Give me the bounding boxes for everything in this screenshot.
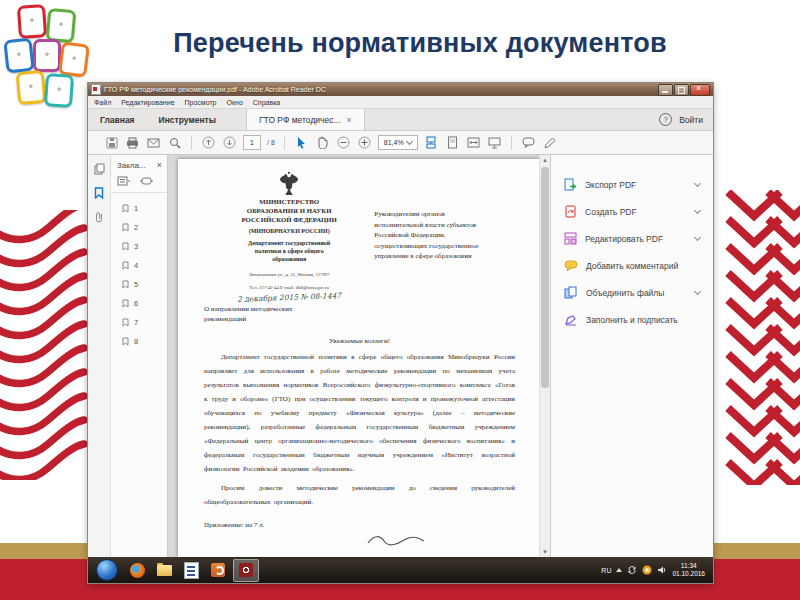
- bookmarks-close-icon[interactable]: ×: [157, 160, 162, 170]
- bookmark-item[interactable]: 7: [111, 313, 167, 332]
- bookmarks-options-icon[interactable]: [117, 176, 131, 186]
- bookmark-label: 2: [134, 223, 138, 232]
- pencil-icon[interactable]: [542, 135, 557, 150]
- sign-in-link[interactable]: Войти: [679, 115, 703, 125]
- menu-window[interactable]: Окно: [227, 99, 243, 106]
- zoom-in-icon[interactable]: [357, 135, 372, 150]
- address-line: Люсиновская ул., д. 51, Москва, 117997: [204, 272, 374, 277]
- tool-export-pdf[interactable]: Экспорт PDF: [551, 171, 713, 198]
- document-page: МИНИСТЕРСТВО ОБРАЗОВАНИЯ И НАУКИ РОССИЙС…: [178, 159, 539, 557]
- gto-pictogram-icon: [33, 39, 61, 72]
- volume-icon[interactable]: [657, 565, 667, 575]
- bookmarks-panel-title: Закла...: [117, 161, 146, 170]
- bookmark-item[interactable]: 5: [111, 275, 167, 294]
- tool-label: Редактировать PDF: [585, 234, 663, 244]
- taskbar-powerpoint-icon[interactable]: [206, 560, 230, 581]
- tab-close-icon[interactable]: ×: [347, 115, 352, 125]
- bookmark-item[interactable]: 1: [111, 199, 167, 218]
- taskbar-acrobat-icon[interactable]: [233, 559, 259, 582]
- taskbar-explorer-icon[interactable]: [152, 560, 176, 581]
- gto-pictogram-icon: [3, 38, 34, 74]
- tab-home[interactable]: Главная: [88, 109, 147, 130]
- hand-tool-icon[interactable]: [315, 135, 330, 150]
- ministry-name: МИНИСТЕРСТВО ОБРАЗОВАНИЯ И НАУКИ РОССИЙС…: [204, 198, 374, 224]
- letter-paragraph-2: Просим довести методические рекомендации…: [204, 481, 515, 509]
- scroll-up-icon[interactable]: ▲: [540, 155, 550, 165]
- tool-create-pdf[interactable]: Создать PDF: [551, 198, 713, 225]
- sync-icon[interactable]: [627, 565, 637, 575]
- bookmarks-list: 1 2 3 4 5 6 7 8: [111, 193, 167, 351]
- single-page-icon[interactable]: [445, 135, 460, 150]
- bookmark-label: 5: [134, 280, 138, 289]
- handwritten-date-number: 2 декабря 2015 № 08-1447: [204, 290, 375, 305]
- document-canvas[interactable]: МИНИСТЕРСТВО ОБРАЗОВАНИЯ И НАУКИ РОССИЙС…: [168, 155, 550, 557]
- gto-pictogram-icon: [46, 8, 77, 43]
- combine-files-icon: [564, 286, 578, 299]
- bookmark-item[interactable]: 8: [111, 332, 167, 351]
- attachments-icon[interactable]: [94, 211, 104, 223]
- edit-pdf-icon: [564, 232, 577, 245]
- bookmark-label: 7: [134, 318, 138, 327]
- bookmark-item[interactable]: 6: [111, 294, 167, 313]
- menu-help[interactable]: Справка: [253, 99, 280, 106]
- tab-document[interactable]: ГТО РФ методичес... ×: [246, 109, 365, 130]
- minimize-button[interactable]: [658, 84, 673, 96]
- email-icon[interactable]: [146, 135, 161, 150]
- print-icon[interactable]: [125, 135, 140, 150]
- next-page-icon[interactable]: [222, 135, 237, 150]
- tool-edit-pdf[interactable]: Редактировать PDF: [551, 225, 713, 252]
- comment-icon[interactable]: [521, 135, 536, 150]
- select-tool-icon[interactable]: [294, 135, 309, 150]
- menu-view[interactable]: Просмотр: [185, 99, 217, 106]
- tool-combine-files[interactable]: Объединить файлы: [551, 279, 713, 306]
- taskbar-word-icon[interactable]: [179, 560, 203, 581]
- tool-label: Объединить файлы: [586, 288, 664, 298]
- chevron-down-icon: [694, 207, 701, 214]
- bookmark-item[interactable]: 4: [111, 256, 167, 275]
- scrollbar-thumb[interactable]: [541, 167, 549, 388]
- tool-fill-sign[interactable]: Заполнить и подписать: [551, 306, 713, 333]
- tab-document-label: ГТО РФ методичес...: [259, 115, 341, 125]
- scroll-down-icon[interactable]: ▼: [540, 547, 550, 557]
- maximize-button[interactable]: [674, 84, 689, 96]
- window-titlebar[interactable]: ГТО РФ методические рекомендации.pdf - A…: [88, 83, 713, 96]
- taskbar-firefox-icon[interactable]: [125, 560, 149, 581]
- vertical-scrollbar[interactable]: ▲ ▼: [539, 155, 550, 557]
- bookmark-item[interactable]: 3: [111, 237, 167, 256]
- contact-line: Тел. 237-42-44 E-mail: d08@mon.gov.ru: [204, 285, 374, 290]
- chevron-down-icon: [694, 234, 701, 241]
- save-icon[interactable]: [104, 135, 119, 150]
- previous-page-icon[interactable]: [201, 135, 216, 150]
- tool-add-comment[interactable]: Добавить комментарий: [551, 252, 713, 279]
- bookmark-label: 1: [134, 204, 138, 213]
- add-comment-icon: [564, 260, 578, 272]
- menu-edit[interactable]: Редактирование: [121, 99, 174, 106]
- presentation-mode-icon[interactable]: [487, 135, 502, 150]
- help-icon[interactable]: ?: [659, 113, 672, 126]
- taskbar-clock[interactable]: 11:34 01.10.2016: [672, 562, 705, 578]
- start-button[interactable]: [96, 559, 118, 581]
- letter-subject: О направлении методических рекомендаций: [204, 304, 374, 324]
- department-name: Департамент государственной политики в с…: [204, 240, 374, 263]
- bookmarks-panel-icon[interactable]: [94, 187, 104, 199]
- bookmark-item[interactable]: 2: [111, 218, 167, 237]
- zoom-out-icon[interactable]: [336, 135, 351, 150]
- language-indicator[interactable]: RU: [601, 567, 611, 574]
- pdf-file-icon: [91, 84, 101, 95]
- chevron-down-icon: [406, 138, 413, 145]
- gto-pictogram-icon: [16, 70, 47, 105]
- fit-width-icon[interactable]: [466, 135, 481, 150]
- close-button[interactable]: [690, 84, 710, 96]
- page-thumbnails-icon[interactable]: [94, 163, 105, 175]
- page-number-input[interactable]: 1: [243, 135, 261, 150]
- window-content: Закла... × 1 2 3 4 5 6 7 8: [88, 155, 713, 557]
- tab-tools[interactable]: Инструменты: [147, 109, 228, 130]
- scrolling-mode-icon[interactable]: [424, 135, 439, 150]
- tray-expand-icon[interactable]: [616, 568, 622, 572]
- expand-bookmark-icon[interactable]: [139, 176, 154, 186]
- search-icon[interactable]: [167, 135, 182, 150]
- tab-bar: Главная Инструменты ГТО РФ методичес... …: [88, 109, 713, 131]
- update-status-icon[interactable]: [642, 565, 652, 575]
- menu-file[interactable]: Файл: [94, 99, 111, 106]
- zoom-level-select[interactable]: 81,4%: [378, 135, 418, 150]
